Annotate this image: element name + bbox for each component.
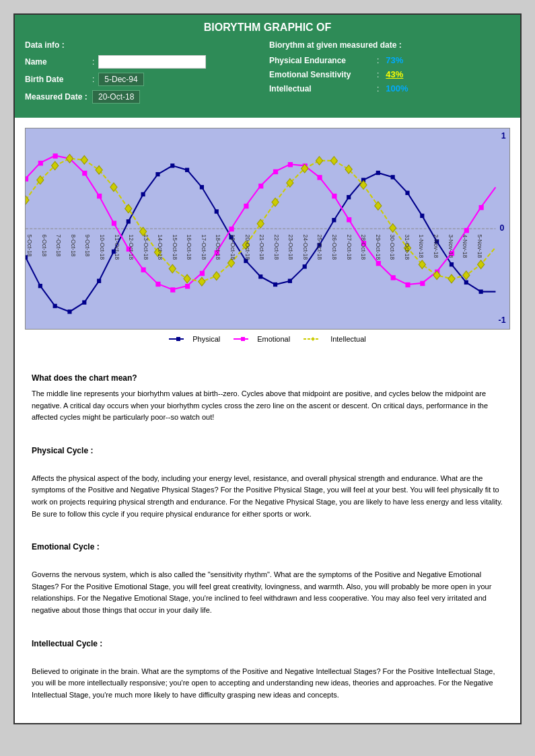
svg-text:17-Oct-18: 17-Oct-18 [201,235,207,260]
svg-text:13-Oct-18: 13-Oct-18 [143,235,149,260]
emotional-title: Emotional Cycle : [32,542,503,552]
svg-rect-49 [244,204,248,209]
svg-rect-43 [155,282,160,287]
svg-text:27-Oct-18: 27-Oct-18 [346,235,353,260]
svg-rect-7 [97,279,101,283]
svg-rect-3 [38,284,42,288]
legend-emotional-label: Emotional [257,335,290,343]
svg-rect-27 [391,175,395,179]
svg-text:6-Oct-18: 6-Oct-18 [41,235,48,257]
right-panel: Biorythm at given measured date : Physic… [269,40,510,108]
svg-rect-59 [391,275,396,280]
svg-text:31-Oct-18: 31-Oct-18 [404,235,411,260]
svg-rect-6 [82,300,86,304]
svg-text:1-Nov-18: 1-Nov-18 [419,235,425,258]
svg-rect-13 [185,168,189,172]
svg-text:23-Oct-18: 23-Oct-18 [287,235,294,260]
svg-text:8-Oct-18: 8-Oct-18 [70,235,77,257]
svg-rect-20 [288,279,292,283]
svg-text:14-Oct-18: 14-Oct-18 [157,235,164,260]
svg-text:29-Oct-18: 29-Oct-18 [375,235,382,260]
svg-rect-52 [288,162,293,167]
page-title: BIORYTHM GRAPHIC OF [25,22,510,34]
svg-text:9-Oct-18: 9-Oct-18 [84,235,91,257]
svg-rect-60 [405,282,410,287]
svg-text:5-Oct-18: 5-Oct-18 [26,235,33,257]
intellectual-label: Intellectual [269,84,377,93]
physical-endurance-row: Physical Endurance : 73% [269,55,510,65]
svg-text:15-Oct-18: 15-Oct-18 [172,235,178,260]
intellectual-text: Believed to originate in the brain. What… [32,666,503,702]
svg-rect-29 [420,214,424,218]
svg-rect-136 [241,337,245,341]
biorythm-label: Biorythm at given measured date : [269,40,510,50]
svg-rect-48 [229,227,234,231]
svg-text:19-Oct-18: 19-Oct-18 [229,235,236,260]
svg-text:22-Oct-18: 22-Oct-18 [273,235,280,260]
svg-text:16-Oct-18: 16-Oct-18 [186,235,192,260]
svg-rect-4 [53,304,57,308]
svg-rect-45 [185,284,190,289]
svg-rect-64 [464,228,469,233]
measured-date-label: Measured Date : [25,92,92,102]
svg-rect-24 [347,195,351,199]
svg-rect-10 [141,192,145,196]
svg-rect-134 [176,337,180,341]
svg-rect-26 [376,171,380,175]
svg-rect-34 [26,176,28,181]
svg-text:1: 1 [501,131,506,141]
svg-rect-54 [317,175,322,180]
svg-text:4-Nov-18: 4-Nov-18 [462,235,468,258]
svg-text:10-Oct-18: 10-Oct-18 [99,235,106,260]
emotional-sensitivity-row: Emotional Sensitivity : 43% [269,69,510,79]
svg-rect-39 [97,194,102,198]
physical-endurance-value: 73% [386,55,403,65]
svg-marker-138 [311,337,315,341]
svg-rect-15 [215,209,219,213]
svg-rect-18 [258,274,262,278]
emotional-sensitivity-label: Emotional Sensitivity [269,70,377,79]
svg-rect-28 [405,191,409,195]
svg-rect-46 [200,271,205,276]
svg-text:25-Oct-18: 25-Oct-18 [317,235,324,260]
legend-intellectual: Intellectual [304,335,366,343]
data-info-label: Data info : [25,40,266,50]
svg-rect-33 [479,289,483,293]
emotional-text: Governs the nervous system, which is als… [32,569,503,616]
chart-area: 1 0 -1 5-Oct-18 6-Oct-18 7-Oct-18 8-Oct-… [15,118,520,353]
svg-text:24-Oct-18: 24-Oct-18 [302,235,309,260]
svg-rect-51 [273,169,278,174]
svg-text:18-Oct-18: 18-Oct-18 [215,235,222,260]
svg-rect-23 [332,218,336,222]
name-row: Name : [25,55,266,69]
svg-rect-65 [479,205,484,210]
chart-container: 1 0 -1 5-Oct-18 6-Oct-18 7-Oct-18 8-Oct-… [25,128,510,330]
physical-title: Physical Cycle : [32,446,503,455]
content-area: What does the chart mean? The middle lin… [15,353,520,723]
intellectual-value: 100% [386,83,408,93]
name-label: Name [25,57,92,67]
svg-rect-9 [127,219,131,223]
svg-text:7-Oct-18: 7-Oct-18 [55,235,62,257]
chart-svg: 1 0 -1 5-Oct-18 6-Oct-18 7-Oct-18 8-Oct-… [26,128,509,329]
svg-text:30-Oct-18: 30-Oct-18 [389,235,396,260]
svg-rect-38 [82,171,87,176]
intellectual-title: Intellectual Cycle : [32,639,503,648]
name-input[interactable] [98,55,206,69]
svg-text:3-Nov-18: 3-Nov-18 [448,235,454,258]
svg-rect-5 [67,309,71,313]
birth-date-row: Birth Date : 5-Dec-94 [25,73,266,86]
svg-rect-35 [38,161,43,165]
chart-meaning-text: The middle line represents your biorhyth… [32,388,503,424]
svg-rect-14 [200,185,204,189]
birth-date-value: 5-Dec-94 [98,73,143,86]
svg-rect-32 [464,280,468,285]
svg-text:0: 0 [500,223,505,233]
physical-text: Affects the physical aspect of the body,… [32,473,503,520]
svg-rect-12 [170,163,174,167]
left-panel: Data info : Name : Birth Date : 5-Dec-94… [25,40,266,108]
intellectual-row: Intellectual : 100% [269,83,510,93]
svg-rect-42 [141,267,146,272]
svg-rect-61 [420,281,425,286]
svg-rect-11 [155,172,159,176]
